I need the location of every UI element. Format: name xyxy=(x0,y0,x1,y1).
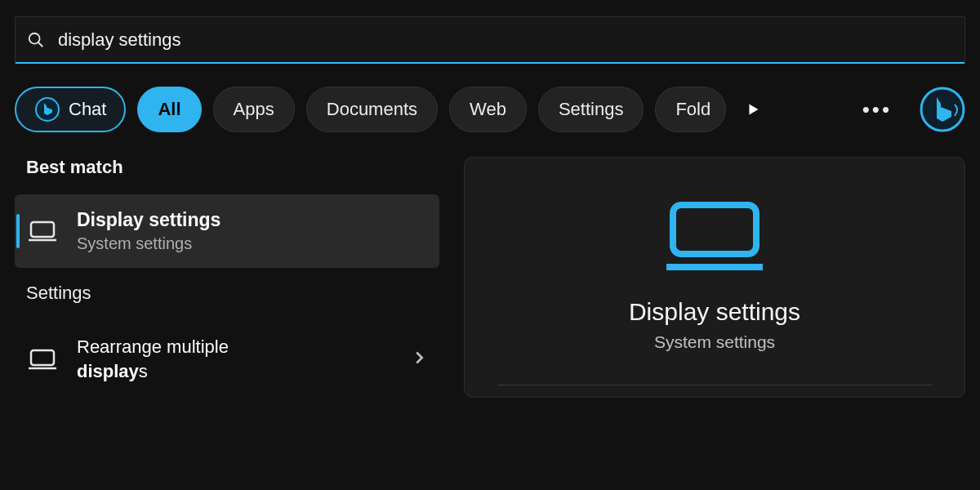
search-icon xyxy=(27,31,45,49)
svg-line-1 xyxy=(38,42,43,47)
content-row: Best match Display settings System setti… xyxy=(15,157,965,398)
filter-documents-label: Documents xyxy=(327,99,417,120)
preview-divider xyxy=(497,385,932,385)
filter-chat-label: Chat xyxy=(69,99,106,120)
display-icon xyxy=(26,220,59,243)
preview-panel: Display settings System settings xyxy=(464,157,965,398)
search-bar[interactable] xyxy=(15,16,965,64)
result-best-match[interactable]: Display settings System settings xyxy=(15,194,439,268)
results-column: Best match Display settings System setti… xyxy=(15,157,439,398)
svg-rect-8 xyxy=(673,205,756,254)
section-settings-title: Settings xyxy=(26,283,439,304)
preview-subtitle: System settings xyxy=(654,332,775,352)
svg-point-0 xyxy=(29,33,40,43)
chevron-right-icon xyxy=(410,349,428,370)
preview-title: Display settings xyxy=(629,298,800,326)
search-window: Chat All Apps Documents Web Settings Fol… xyxy=(0,0,980,490)
display-icon xyxy=(26,348,59,371)
result-best-match-title: Display settings xyxy=(77,209,220,231)
section-best-match-title: Best match xyxy=(26,157,439,178)
filter-apps[interactable]: Apps xyxy=(213,87,295,132)
filter-apps-label: Apps xyxy=(234,99,274,120)
result-rearrange-title: Rearrange multiple displays xyxy=(77,335,229,383)
filter-folders-label: Fold xyxy=(675,99,710,120)
filter-web-label: Web xyxy=(470,99,506,120)
play-icon[interactable] xyxy=(741,97,765,122)
filter-settings[interactable]: Settings xyxy=(538,87,644,132)
filter-bar: Chat All Apps Documents Web Settings Fol… xyxy=(15,87,965,132)
filter-folders[interactable]: Fold xyxy=(655,87,726,132)
result-best-match-text: Display settings System settings xyxy=(77,209,220,253)
filter-all[interactable]: All xyxy=(137,87,201,132)
bing-orb-icon[interactable] xyxy=(920,87,965,132)
result-rearrange-displays[interactable]: Rearrange multiple displays xyxy=(15,320,439,398)
filter-web[interactable]: Web xyxy=(449,87,527,132)
more-icon[interactable]: ••• xyxy=(854,97,900,122)
filter-chat[interactable]: Chat xyxy=(15,87,126,132)
filter-all-label: All xyxy=(158,99,180,120)
result-rearrange-text: Rearrange multiple displays xyxy=(77,335,229,383)
result-best-match-subtitle: System settings xyxy=(77,234,220,253)
filter-settings-label: Settings xyxy=(559,99,624,120)
svg-rect-6 xyxy=(31,350,54,365)
filter-documents[interactable]: Documents xyxy=(306,87,438,132)
bing-chat-icon xyxy=(34,96,60,122)
display-large-icon xyxy=(662,198,768,272)
svg-rect-4 xyxy=(31,222,54,237)
search-input[interactable] xyxy=(58,29,953,51)
